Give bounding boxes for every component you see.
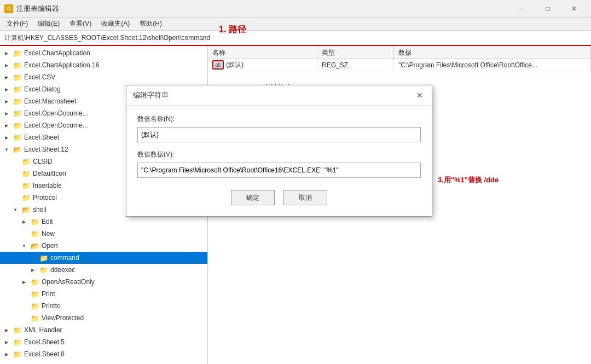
dialog-body: 数值名称(N): 数值数据(V): 确定 取消 [126,106,432,216]
name-input[interactable] [137,127,421,142]
cancel-button[interactable]: 取消 [283,190,327,205]
name-field-label: 数值名称(N): [137,114,421,124]
data-field-label: 数值数据(V): [137,150,421,159]
dialog-overlay: 编辑字符串 ✕ 数值名称(N): 数值数据(V): 确定 取消 [0,0,591,364]
ok-button[interactable]: 确定 [231,190,275,205]
dialog-buttons: 确定 取消 [137,186,421,207]
dialog-close-button[interactable]: ✕ [414,90,425,101]
data-input[interactable] [137,163,421,178]
edit-string-dialog: 编辑字符串 ✕ 数值名称(N): 数值数据(V): 确定 取消 [126,85,432,217]
dialog-title-text: 编辑字符串 [133,90,169,100]
dialog-title-bar: 编辑字符串 ✕ [126,85,432,106]
